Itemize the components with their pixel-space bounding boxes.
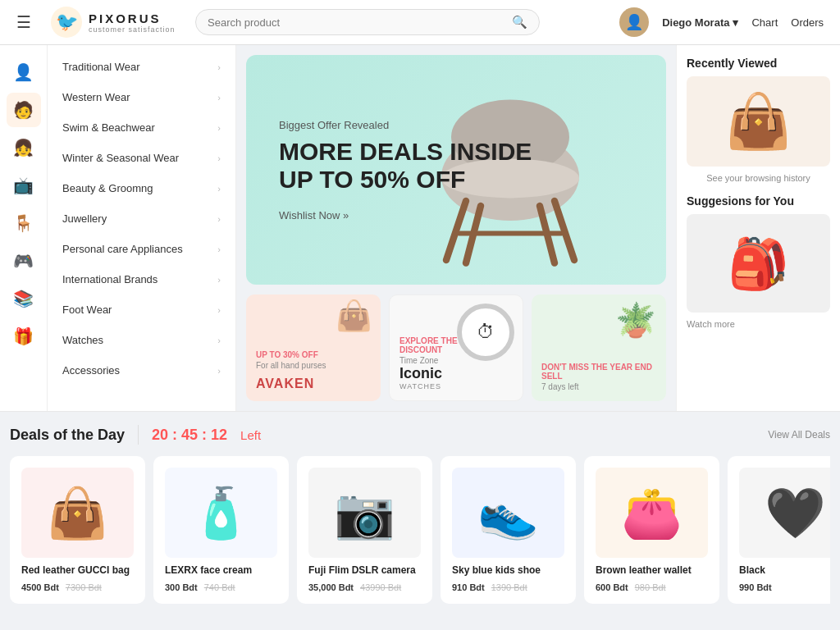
search-icon: 🔍: [512, 15, 527, 30]
product-card-shoe[interactable]: 👟 Sky blue kids shoe 910 Bdt 1390 Bdt: [441, 456, 576, 604]
category-label: Foot Wear: [62, 304, 112, 316]
product-card-black[interactable]: 🖤 Black 990 Bdt: [728, 456, 830, 604]
product-price: 35,000 Bdt: [308, 582, 354, 592]
product-image: 📷: [308, 468, 421, 558]
product-old-price: 7300 Bdt: [66, 582, 102, 592]
chart-link[interactable]: Chart: [751, 16, 778, 29]
category-item-watches[interactable]: Watches ›: [48, 325, 235, 355]
chevron-right-icon: ›: [217, 366, 221, 376]
category-label: Western Wear: [62, 91, 130, 103]
deals-divider: [138, 425, 139, 445]
main-content: Biggest Offer Revealed MORE DEALS INSIDE…: [236, 45, 676, 411]
category-item-juwellery[interactable]: Juwellery ›: [48, 203, 235, 234]
product-old-price: 1390 Bdt: [491, 582, 527, 592]
product-image: 🖤: [739, 468, 830, 558]
logo-sub: customer satisfaction: [89, 25, 176, 34]
chevron-right-icon: ›: [217, 184, 221, 194]
watch-more-link[interactable]: Watch more: [687, 319, 830, 329]
chevron-right-icon: ›: [217, 244, 221, 254]
product-name: Fuji Flim DSLR camera: [308, 564, 421, 576]
product-card-face-cream[interactable]: 🧴 LEXRX face cream 300 Bdt 740 Bdt: [153, 456, 289, 604]
backpack-icon: 🎒: [728, 235, 789, 293]
handbag-icon: 👜: [725, 90, 792, 153]
sidebar-icon-tv[interactable]: 📺: [7, 168, 41, 203]
deals-section: Deals of the Day 20 : 45 : 12 Left View …: [0, 412, 840, 614]
category-label: International Brands: [62, 273, 158, 285]
product-old-price: 43990 Bdt: [360, 582, 401, 592]
right-sidebar: Recently Viewed 👜 See your browsing hist…: [676, 45, 840, 411]
product-prices: 35,000 Bdt 43990 Bdt: [308, 582, 421, 592]
banner-tagline: Biggest Offer Revealed: [279, 119, 532, 131]
banner-text: Biggest Offer Revealed MORE DEALS INSIDE…: [279, 119, 532, 221]
search-input[interactable]: [208, 16, 505, 29]
sidebar-icon-shelf[interactable]: 📚: [7, 281, 41, 316]
deals-timer: 20 : 45 : 12: [152, 427, 227, 444]
chevron-right-icon: ›: [217, 305, 221, 315]
orders-link[interactable]: Orders: [791, 16, 824, 29]
chevron-right-icon: ›: [217, 336, 221, 345]
lamp-icon: 🪴: [615, 301, 656, 340]
sidebar-icon-person2[interactable]: 👧: [7, 130, 41, 165]
sub-banner-tag: UP TO 30% OFF: [256, 350, 371, 359]
sidebar-icon-customer[interactable]: 🧑: [7, 93, 41, 127]
sub-banner-watches[interactable]: ⏱ EXPLORE THE BIGGEST DISCOUNT Time Zone…: [389, 294, 523, 401]
sidebar-icon-gamepad[interactable]: 🎮: [7, 244, 41, 278]
sub-banner-lamp[interactable]: 🪴 DON'T MISS THE YEAR END SELL 7 days le…: [532, 294, 666, 401]
chevron-right-icon: ›: [217, 214, 221, 224]
product-old-price: 740 Bdt: [204, 582, 235, 592]
category-label: Traditional Wear: [62, 61, 140, 73]
recently-viewed-section: Recently Viewed 👜 See your browsing hist…: [687, 57, 830, 183]
category-label: Personal care Appliances: [62, 243, 183, 255]
category-item-beauty[interactable]: Beauty & Groomng ›: [48, 173, 235, 203]
product-card-gucci-bag[interactable]: 👜 Red leather GUCCI bag 4500 Bdt 7300 Bd…: [10, 456, 145, 604]
sidebar-icon-user[interactable]: 👤: [7, 55, 41, 89]
category-label: Juwellery: [62, 212, 107, 225]
purse-icon: 👜: [336, 299, 372, 333]
sub-banner-purses[interactable]: 👜 UP TO 30% OFF For all hand purses AVAK…: [246, 294, 381, 401]
category-label: Swim & Beachwear: [62, 121, 155, 134]
category-item-international-brands[interactable]: International Brands ›: [48, 264, 235, 294]
recently-viewed-title: Recently Viewed: [687, 57, 830, 70]
category-item-accessories[interactable]: Accessories ›: [48, 355, 235, 386]
view-all-deals-link[interactable]: View All Deals: [768, 429, 830, 441]
recently-viewed-image: 👜: [687, 76, 830, 167]
chevron-right-icon: ›: [217, 275, 221, 285]
chevron-right-icon: ›: [217, 153, 221, 163]
icon-sidebar: 👤 🧑 👧 📺 🪑 🎮 📚 🎁: [0, 45, 48, 411]
suggestions-title: Suggesions for You: [687, 194, 830, 208]
hamburger-icon[interactable]: ☰: [16, 12, 31, 32]
product-name: Red leather GUCCI bag: [21, 564, 134, 576]
product-card-camera[interactable]: 📷 Fuji Flim DSLR camera 35,000 Bdt 43990…: [297, 456, 432, 604]
see-history-link[interactable]: See your browsing history: [687, 173, 830, 183]
category-item-traditional-wear[interactable]: Traditional Wear ›: [48, 52, 235, 82]
avatar: 👤: [619, 7, 649, 37]
category-item-foot-wear[interactable]: Foot Wear ›: [48, 294, 235, 325]
suggestions-section: Suggesions for You 🎒 Watch more: [687, 194, 830, 329]
product-name: Sky blue kids shoe: [452, 564, 564, 576]
logo-icon: 🐦: [51, 7, 82, 38]
search-bar[interactable]: 🔍: [195, 9, 540, 35]
category-label: Watches: [62, 334, 103, 346]
category-item-swim-beachwear[interactable]: Swim & Beachwear ›: [48, 112, 235, 143]
sidebar-icon-chair[interactable]: 🪑: [7, 206, 41, 240]
product-name: Black: [739, 564, 830, 576]
category-item-personal-care[interactable]: Personal care Appliances ›: [48, 234, 235, 264]
main-layout: 👤 🧑 👧 📺 🪑 🎮 📚 🎁 Traditional Wear › Weste…: [0, 45, 840, 411]
product-card-wallet[interactable]: 👛 Brown leather wallet 600 Bdt 980 Bdt: [584, 456, 719, 604]
sub-banner-tag: DON'T MISS THE YEAR END SELL: [541, 363, 656, 381]
deals-left-label: Left: [240, 428, 261, 442]
chevron-right-icon: ›: [217, 123, 221, 133]
product-prices: 990 Bdt: [739, 582, 830, 592]
category-item-winter-seasonal[interactable]: Winter & Seasonal Wear ›: [48, 143, 235, 173]
product-price: 990 Bdt: [739, 582, 772, 592]
wishlist-button[interactable]: Wishlist Now »: [279, 209, 349, 221]
category-label: Beauty & Groomng: [62, 182, 153, 194]
category-item-western-wear[interactable]: Western Wear ›: [48, 82, 235, 112]
suggestion-image: 🎒: [687, 214, 830, 313]
sub-banner-sub: 7 days left: [541, 382, 656, 391]
product-name: Brown leather wallet: [596, 564, 708, 576]
header-right: 👤 Diego Morata ▾ Chart Orders: [619, 7, 824, 37]
svg-line-4: [555, 201, 574, 260]
product-prices: 300 Bdt 740 Bdt: [165, 582, 277, 592]
sidebar-icon-gift[interactable]: 🎁: [7, 319, 41, 354]
